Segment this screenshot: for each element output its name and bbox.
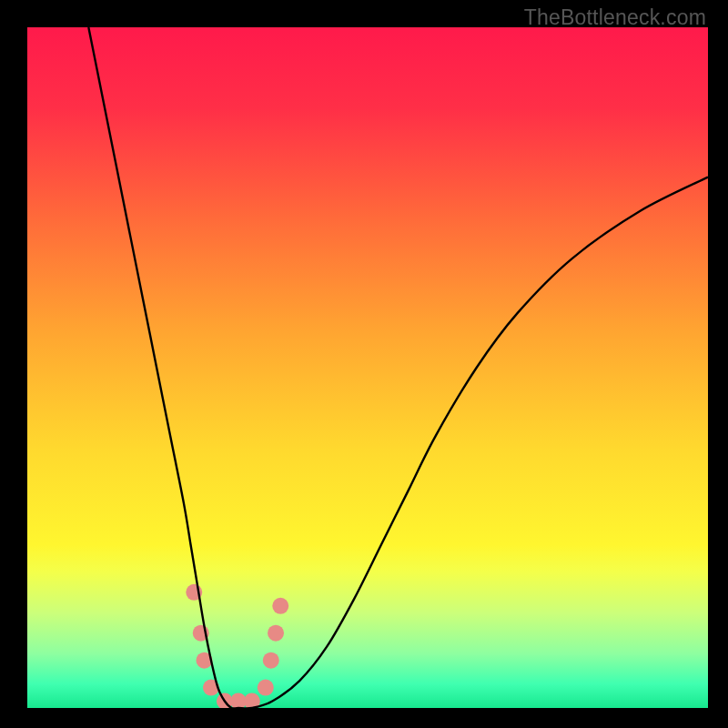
watermark-text: TheBottleneck.com (524, 5, 706, 30)
curve-layer (27, 27, 708, 708)
bottleneck-curve (88, 27, 708, 708)
marker-point (272, 598, 288, 614)
marker-point (268, 625, 284, 642)
chart-frame: TheBottleneck.com (0, 0, 728, 728)
marker-point (258, 680, 274, 696)
plot-area (27, 27, 708, 708)
marker-point (263, 652, 279, 669)
